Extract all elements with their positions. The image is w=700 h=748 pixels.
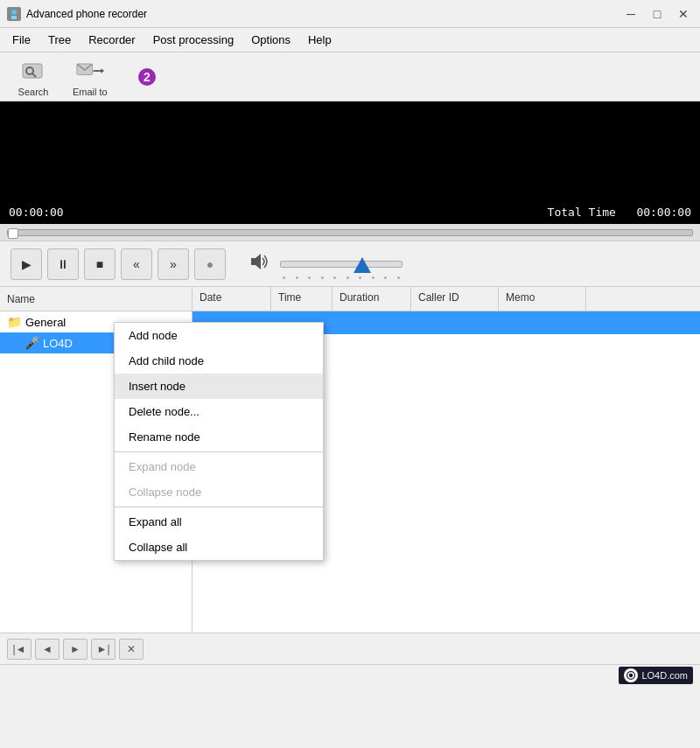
total-time: Total Time 00:00:00 (548, 206, 691, 219)
folder-icon: 📁 (7, 315, 22, 329)
total-time-label: Total Time (548, 206, 616, 219)
svg-marker-8 (101, 68, 104, 73)
search-button[interactable]: Search (7, 52, 60, 101)
main-content: Name 📁 General 🎤 LO4D Add node Add child… (0, 287, 700, 633)
progress-thumb[interactable] (8, 228, 18, 239)
pause-button[interactable]: ⏸ (47, 248, 79, 280)
menu-help[interactable]: Help (299, 30, 340, 50)
email-button[interactable]: Email to (63, 52, 117, 101)
tree-item-label-general: General (25, 316, 66, 329)
ctx-collapse-node: Collapse node (115, 479, 192, 505)
col-date: Date (192, 287, 271, 311)
total-time-value: 00:00:00 (636, 206, 691, 219)
nav-delete-button[interactable]: ✕ (119, 639, 144, 660)
menu-post-processing[interactable]: Post processing (144, 30, 243, 50)
menu-file[interactable]: File (4, 30, 39, 50)
tree-item-label-lo4d: LO4D (43, 337, 73, 350)
ctx-collapse-all[interactable]: Collapse all (115, 535, 192, 560)
email-icon (76, 57, 104, 85)
col-duration: Duration (332, 287, 411, 311)
play-button[interactable]: ▶ (10, 248, 42, 280)
ctx-expand-node: Expand node (115, 454, 192, 479)
app-title: Advanced phone recorder (26, 8, 621, 20)
close-button[interactable]: ✕ (674, 4, 693, 24)
menu-bar: File Tree Recorder Post processing Optio… (0, 28, 700, 52)
rewind-back-button[interactable]: « (121, 248, 152, 280)
tape-icon: 🎤 (24, 336, 39, 350)
controls-bar: ▶ ⏸ ■ « » ● (0, 241, 700, 287)
record-button[interactable]: ● (194, 248, 226, 280)
window-controls: ─ □ ✕ (621, 4, 693, 24)
toolbar: Search Email to 2 (0, 52, 700, 101)
lo4d-text: LO4D.com (641, 670, 688, 681)
nav-last-button[interactable]: ►| (91, 639, 116, 660)
title-bar: Advanced phone recorder ─ □ ✕ (0, 0, 700, 28)
script-icon: 2 (133, 63, 161, 91)
rewind-forward-button[interactable]: » (158, 248, 189, 280)
bottom-nav: |◄ ◄ ► ►| ✕ (0, 633, 700, 664)
current-time: 00:00:00 (9, 206, 64, 219)
col-time: Time (271, 287, 332, 311)
search-icon (19, 57, 47, 85)
context-menu: Add node Add child node Insert node Dele… (114, 322, 192, 561)
menu-tree[interactable]: Tree (39, 30, 80, 50)
script-button[interactable]: 2 (121, 59, 173, 95)
ctx-divider-1 (115, 451, 192, 452)
lo4d-logo (624, 668, 638, 682)
minimize-button[interactable]: ─ (621, 4, 640, 24)
ctx-add-child-node[interactable]: Add child node (115, 348, 192, 374)
volume-thumb[interactable] (354, 257, 371, 273)
svg-point-0 (11, 10, 17, 15)
tree-panel: Name 📁 General 🎤 LO4D Add node Add child… (0, 287, 192, 633)
volume-dots (281, 276, 402, 279)
email-label: Email to (73, 87, 108, 97)
col-memo: Memo (499, 287, 586, 311)
stop-button[interactable]: ■ (84, 248, 116, 280)
svg-rect-1 (11, 16, 17, 19)
svg-marker-11 (251, 254, 261, 269)
app-icon (7, 7, 21, 21)
ctx-add-node[interactable]: Add node (115, 323, 192, 348)
progress-track[interactable] (7, 229, 693, 236)
search-label: Search (18, 87, 49, 97)
nav-first-button[interactable]: |◄ (7, 639, 32, 660)
ctx-expand-all[interactable]: Expand all (115, 509, 192, 535)
col-callerid: Caller ID (411, 287, 499, 311)
cell-duration (332, 311, 411, 334)
volume-slider[interactable] (280, 261, 402, 268)
table-header: Date Time Duration Caller ID Memo (192, 287, 700, 311)
volume-icon (248, 251, 270, 276)
ctx-rename-node[interactable]: Rename node (115, 424, 192, 450)
tree-panel-header: Name (7, 293, 35, 305)
status-bar: LO4D.com (0, 664, 700, 685)
svg-text:2: 2 (144, 70, 150, 84)
video-area: 00:00:00 Total Time 00:00:00 (0, 101, 700, 224)
ctx-divider-2 (115, 507, 192, 507)
ctx-delete-node[interactable]: Delete node... (115, 399, 192, 424)
progress-bar-container[interactable] (0, 224, 700, 241)
status-right: LO4D.com (619, 667, 693, 684)
menu-recorder[interactable]: Recorder (80, 30, 144, 50)
nav-next-button[interactable]: ► (63, 639, 88, 660)
lo4d-badge: LO4D.com (619, 667, 693, 684)
ctx-insert-node[interactable]: Insert node (115, 374, 192, 399)
maximize-button[interactable]: □ (648, 4, 667, 24)
menu-options[interactable]: Options (242, 30, 299, 50)
nav-prev-button[interactable]: ◄ (35, 639, 60, 660)
